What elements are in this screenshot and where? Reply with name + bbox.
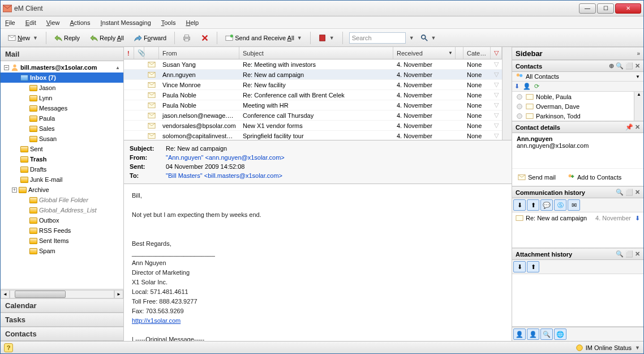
im-status-label[interactable]: IM Online Status (586, 344, 632, 351)
folder-global-file-folder[interactable]: Global File Folder (1, 195, 123, 205)
flag-icon[interactable]: ▽ (491, 81, 502, 88)
reply-button[interactable]: Reply (50, 32, 84, 44)
expand-icon[interactable]: + (12, 187, 17, 193)
flag-icon[interactable]: ▽ (491, 112, 502, 119)
close-icon[interactable]: ✕ (635, 123, 640, 131)
sidebar-collapse-icon[interactable]: » (637, 50, 640, 57)
add-contact-button[interactable]: Add to Contacts (565, 172, 624, 182)
folder-inbox-7-[interactable]: Inbox (7) (1, 72, 123, 83)
col-category[interactable]: Cate… (463, 47, 491, 59)
new-button[interactable]: New▼ (4, 32, 42, 44)
presence-4-icon[interactable]: 🌐 (554, 329, 566, 340)
filter-down-icon[interactable]: ⬇ (513, 199, 526, 211)
tasks-section[interactable]: Tasks (1, 313, 123, 327)
pin-icon[interactable]: ⊕ (609, 62, 614, 70)
search-icon[interactable]: 🔍 (616, 189, 624, 196)
account-row[interactable]: − bill.masters@x1solar.com ▲ (1, 62, 123, 72)
message-row[interactable]: vendorsales@bpsolar.comNew X1 vendor for… (124, 121, 502, 131)
col-subject[interactable]: Subject (239, 47, 393, 59)
undock-icon[interactable]: ⬜ (625, 62, 633, 70)
search-input[interactable]: Search (349, 32, 406, 44)
forward-button[interactable]: Forward (130, 32, 170, 44)
from-value[interactable]: "Ann.nguyen" <ann.nguyen@x1solar.com> (166, 153, 285, 162)
message-row[interactable]: Paula NobleMeeting with HR4. NovemberNon… (124, 100, 502, 110)
filter-skype-icon[interactable]: Ⓢ (554, 199, 566, 211)
contact-row[interactable]: Overman, Dave (512, 101, 634, 111)
contact-row[interactable]: Noble, Paula (512, 92, 634, 101)
flag-icon[interactable]: ▽ (491, 132, 502, 139)
menu-view[interactable]: View (46, 19, 60, 26)
calendar-section[interactable]: Calendar (1, 298, 123, 313)
grid-v-scrollbar[interactable] (502, 47, 512, 140)
folder-sales[interactable]: Sales (1, 123, 123, 134)
flag-icon[interactable]: ▽ (491, 61, 502, 68)
reply-all-button[interactable]: Reply All (86, 32, 128, 44)
col-sort[interactable] (456, 47, 463, 59)
minimize-button[interactable]: — (579, 3, 596, 14)
all-contacts-row[interactable]: All Contacts▼ (512, 72, 643, 82)
addressbook-button[interactable]: ▼ (315, 32, 338, 44)
folder-jason[interactable]: Jason (1, 83, 123, 93)
close-icon[interactable]: ✕ (635, 189, 640, 196)
close-icon[interactable]: ✕ (635, 62, 640, 70)
message-grid[interactable]: Susan YangRe: Meeting with investors4. N… (124, 59, 502, 140)
flag-icon[interactable]: ▽ (491, 101, 502, 109)
col-filter[interactable]: ▽ (491, 47, 502, 59)
col-priority[interactable]: ! (124, 47, 134, 59)
folder-rss-feeds[interactable]: RSS Feeds (1, 225, 123, 236)
menu-file[interactable]: File (5, 19, 15, 26)
folder-lynn[interactable]: Lynn (1, 93, 123, 103)
contact-row[interactable]: Parkinson, Todd (512, 111, 634, 121)
filter-up-icon[interactable]: ⬆ (527, 199, 539, 211)
undock-icon[interactable]: ⬜ (625, 189, 633, 196)
folder-outbox[interactable]: Outbox (1, 215, 123, 225)
folder-sent-items[interactable]: Sent Items (1, 236, 123, 246)
folder-tree[interactable]: − bill.masters@x1solar.com ▲ Inbox (7)Ja… (1, 61, 123, 289)
menu-im[interactable]: Instant Messaging (100, 19, 151, 26)
im-status-dropdown[interactable]: ▼ (635, 345, 640, 351)
contacts-section[interactable]: Contacts (1, 327, 123, 341)
scroll-up-icon[interactable]: ▲ (115, 65, 120, 70)
folder-spam[interactable]: Spam (1, 246, 123, 256)
flag-icon[interactable]: ▽ (491, 71, 502, 78)
message-row[interactable]: jason.nelson@newage.comConference call T… (124, 110, 502, 121)
send-mail-button[interactable]: Send mail (516, 172, 558, 182)
folder-messages[interactable]: Messages (1, 103, 123, 113)
flag-icon[interactable]: ▽ (491, 122, 502, 129)
delete-button[interactable] (197, 32, 213, 44)
help-icon[interactable]: ? (4, 343, 13, 352)
comm-item[interactable]: Re: New ad campaign4. November⬇ (512, 212, 643, 224)
folder-sent[interactable]: Sent (1, 144, 123, 154)
folder-drafts[interactable]: Drafts (1, 164, 123, 174)
close-icon[interactable]: ✕ (635, 250, 640, 258)
flag-icon[interactable]: ▽ (491, 91, 502, 99)
menu-actions[interactable]: Actions (70, 19, 90, 26)
sort-down-icon[interactable]: ⬇ (514, 83, 520, 90)
message-row[interactable]: Vince MonroeRe: New facility4. NovemberN… (124, 80, 502, 90)
maximize-button[interactable]: ☐ (597, 3, 614, 14)
search-icon[interactable]: 🔍 (616, 62, 624, 70)
menu-help[interactable]: Help (186, 19, 199, 26)
message-row[interactable]: Paula NobleRe: Conference call with Bren… (124, 90, 502, 100)
message-row[interactable]: Ann.nguyenRe: New ad campaign4. November… (124, 70, 502, 80)
user-icon[interactable]: 👤 (523, 83, 531, 90)
menu-tools[interactable]: Tools (161, 19, 176, 26)
presence-3-icon[interactable]: 🔍 (540, 329, 553, 340)
col-attachment[interactable]: 📎 (134, 47, 144, 59)
close-button[interactable]: ✕ (615, 3, 641, 14)
send-receive-button[interactable]: Send and Receive All▼ (221, 32, 306, 44)
body-link[interactable]: http://x1solar.com (132, 317, 181, 324)
folder-susan[interactable]: Susan (1, 134, 123, 144)
pin-icon[interactable]: 📌 (625, 123, 633, 131)
undock-icon[interactable]: ⬜ (625, 250, 633, 258)
collapse-icon[interactable]: − (4, 65, 9, 70)
search-go-button[interactable]: ▼ (417, 32, 440, 44)
search-icon[interactable]: 🔍 (616, 250, 624, 258)
message-row[interactable]: solomon@capitalinvestment.Springfield fa… (124, 131, 502, 140)
folder-paula[interactable]: Paula (1, 113, 123, 123)
h-scrollbar[interactable]: ◄► (1, 289, 123, 298)
message-row[interactable]: Susan YangRe: Meeting with investors4. N… (124, 59, 502, 70)
contacts-scrollbar[interactable]: ▲ (634, 92, 643, 121)
preview-body[interactable]: Bill, Not yet but I am expecting them by… (124, 184, 512, 341)
presence-2-icon[interactable]: 👤 (527, 329, 539, 340)
